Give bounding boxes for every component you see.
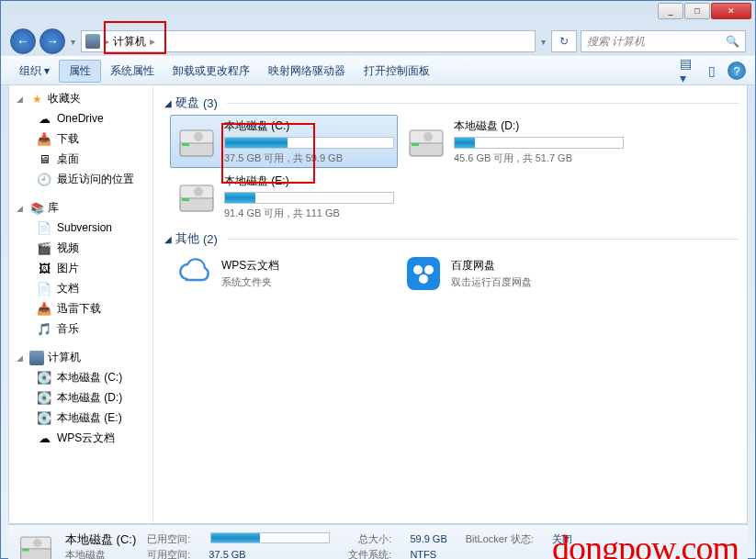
search-input[interactable]: 搜索 计算机 🔍 xyxy=(581,30,746,52)
sidebar-drive-c[interactable]: 💽本地磁盘 (C:) xyxy=(9,367,152,387)
tree-favorites[interactable]: ◢ ★ 收藏夹 xyxy=(9,89,152,108)
tree-computer[interactable]: ◢ 计算机 xyxy=(9,348,152,367)
search-icon[interactable]: 🔍 xyxy=(726,35,739,48)
status-subtitle: 本地磁盘 xyxy=(65,548,136,559)
titlebar: _ □ ✕ xyxy=(1,1,755,27)
free-label: 可用空间: xyxy=(147,548,190,560)
address-bar[interactable]: ▸ 计算机 ▸ xyxy=(81,30,536,52)
drive-usage-bar xyxy=(224,192,394,204)
sidebar-onedrive[interactable]: ☁OneDrive xyxy=(9,108,152,129)
toolbar: 组织 ▾ 属性 系统属性 卸载或更改程序 映射网络驱动器 打开控制面板 ▤ ▾ … xyxy=(1,56,755,85)
library-icon: 📚 xyxy=(29,201,44,216)
sidebar-recent[interactable]: 🕘最近访问的位置 xyxy=(9,169,152,189)
drive-c[interactable]: 本地磁盘 (C:) 37.5 GB 可用 , 共 59.9 GB xyxy=(170,115,398,168)
address-dropdown-icon[interactable]: ▾ xyxy=(539,37,547,47)
view-menu[interactable]: ▤ ▾ xyxy=(680,62,696,79)
uninstall-button[interactable]: 卸载或更改程序 xyxy=(164,60,259,83)
collapse-arrow-icon[interactable]: ◢ xyxy=(164,234,172,244)
computer-icon xyxy=(29,351,44,365)
minimize-button[interactable]: _ xyxy=(658,3,683,19)
system-properties-button[interactable]: 系统属性 xyxy=(101,60,164,83)
total-label: 总大小: xyxy=(348,532,391,546)
baidu-icon xyxy=(405,255,442,292)
hdd-icon xyxy=(17,529,54,560)
computer-icon xyxy=(85,34,100,49)
video-icon: 🎬 xyxy=(37,240,51,255)
sidebar-thunder[interactable]: 📥迅雷下载 xyxy=(9,298,152,319)
svg-point-11 xyxy=(194,187,203,196)
star-icon: ★ xyxy=(29,92,44,106)
sidebar-subversion[interactable]: 📄Subversion xyxy=(9,218,152,238)
free-val: 37.5 GB xyxy=(209,549,330,559)
sidebar-documents[interactable]: 📄文档 xyxy=(9,278,152,298)
sidebar-pictures[interactable]: 🖼图片 xyxy=(9,258,152,278)
drive-stats: 45.6 GB 可用 , 共 51.7 GB xyxy=(454,151,624,165)
bitlocker-val: 关闭 xyxy=(552,532,572,546)
hdd-icon xyxy=(176,176,217,217)
chevron-right-icon[interactable]: ▸ xyxy=(150,35,155,48)
bitlocker-label: BitLocker 状态: xyxy=(466,532,534,546)
nav-history-dropdown[interactable]: ▾ xyxy=(69,37,77,47)
section-hdd[interactable]: ◢ 硬盘 (3) xyxy=(164,87,739,115)
sidebar-downloads[interactable]: 📥下载 xyxy=(9,129,152,149)
svg-rect-6 xyxy=(412,143,419,146)
used-label: 已用空间: xyxy=(147,532,190,546)
collapse-arrow-icon[interactable]: ◢ xyxy=(164,98,172,108)
preview-pane-toggle[interactable]: ▯ xyxy=(704,62,720,79)
section-other[interactable]: ◢ 其他 (2) xyxy=(164,223,739,251)
help-button[interactable]: ? xyxy=(728,61,746,80)
sidebar-videos[interactable]: 🎬视频 xyxy=(9,238,152,258)
sidebar-music[interactable]: 🎵音乐 xyxy=(9,319,152,339)
drive-icon: 💽 xyxy=(37,370,51,385)
item-desc: 双击运行百度网盘 xyxy=(451,275,532,289)
sidebar-drive-d[interactable]: 💽本地磁盘 (D:) xyxy=(9,387,152,408)
refresh-button[interactable]: ↻ xyxy=(551,30,577,52)
sidebar-desktop[interactable]: 🖥桌面 xyxy=(9,149,152,169)
sidebar-drive-e[interactable]: 💽本地磁盘 (E:) xyxy=(9,408,152,428)
content-pane: ◢ 硬盘 (3) 本地磁盘 (C:) 37.5 GB 可用 , 共 59.9 G… xyxy=(153,85,747,523)
sidebar-wps-cloud[interactable]: ☁WPS云文档 xyxy=(9,428,152,448)
expander-icon[interactable]: ◢ xyxy=(17,95,26,104)
onedrive-icon: ☁ xyxy=(37,111,51,126)
used-bar xyxy=(209,532,330,545)
map-drive-button[interactable]: 映射网络驱动器 xyxy=(259,60,355,83)
nav-forward-button[interactable]: → xyxy=(39,28,65,54)
drive-e[interactable]: 本地磁盘 (E:) 91.4 GB 可用 , 共 111 GB xyxy=(170,170,398,223)
other-baidu-disk[interactable]: 百度网盘 双击运行百度网盘 xyxy=(400,251,627,296)
close-button[interactable]: ✕ xyxy=(711,3,751,19)
cloud-icon: ☁ xyxy=(37,430,51,445)
fs-val: NTFS xyxy=(410,549,446,559)
nav-back-button[interactable]: ← xyxy=(10,28,36,54)
svg-point-14 xyxy=(424,265,434,274)
organize-menu[interactable]: 组织 ▾ xyxy=(10,60,59,83)
svg-point-7 xyxy=(423,132,433,141)
tree-library[interactable]: ◢ 📚 库 xyxy=(9,198,152,218)
breadcrumb-computer[interactable]: 计算机 xyxy=(113,34,146,50)
svg-rect-10 xyxy=(182,198,189,201)
expander-icon[interactable]: ◢ xyxy=(17,204,26,213)
nav-sidebar: ◢ ★ 收藏夹 ☁OneDrive 📥下载 🖥桌面 🕘最近访问的位置 ◢ 📚 库… xyxy=(9,85,153,523)
svg-point-19 xyxy=(33,538,41,546)
control-panel-button[interactable]: 打开控制面板 xyxy=(355,60,439,83)
svg-point-13 xyxy=(413,265,423,274)
item-name: 百度网盘 xyxy=(451,258,532,274)
drive-name: 本地磁盘 (E:) xyxy=(224,173,394,189)
drive-stats: 37.5 GB 可用 , 共 59.9 GB xyxy=(224,151,394,165)
item-name: WPS云文档 xyxy=(221,258,279,274)
drive-icon: 💽 xyxy=(37,390,51,405)
svg-rect-12 xyxy=(407,257,440,290)
expander-icon[interactable]: ◢ xyxy=(17,353,26,363)
properties-button[interactable]: 属性 xyxy=(59,60,101,83)
folder-icon: 📄 xyxy=(37,220,51,235)
recent-icon: 🕘 xyxy=(37,172,51,186)
navbar: ← → ▾ ▸ 计算机 ▸ ▾ ↻ 搜索 计算机 🔍 xyxy=(1,27,755,56)
chevron-right-icon[interactable]: ▸ xyxy=(104,35,109,48)
drive-d[interactable]: 本地磁盘 (D:) 45.6 GB 可用 , 共 51.7 GB xyxy=(400,115,627,168)
details-pane: 本地磁盘 (C:) 本地磁盘 已用空间: 总大小: 59.9 GB BitLoc… xyxy=(8,524,748,559)
other-wps-cloud[interactable]: WPS云文档 系统文件夹 xyxy=(170,251,398,296)
svg-rect-2 xyxy=(182,143,189,146)
status-title: 本地磁盘 (C:) xyxy=(65,531,136,548)
document-icon: 📄 xyxy=(37,281,51,296)
total-val: 59.9 GB xyxy=(410,533,446,544)
maximize-button[interactable]: □ xyxy=(684,3,710,19)
